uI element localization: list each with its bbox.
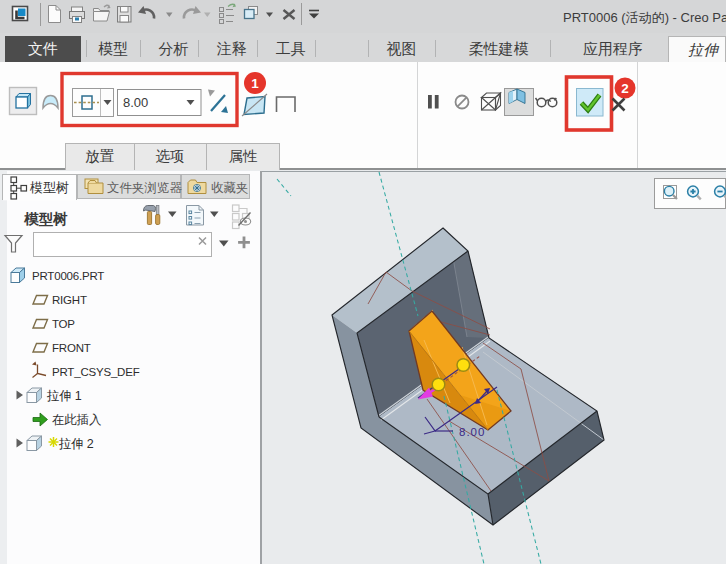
svg-text:拉伸 2: 拉伸 2 — [58, 437, 94, 451]
svg-text:模型树: 模型树 — [29, 180, 69, 195]
svg-text:PRT_CSYS_DEF: PRT_CSYS_DEF — [52, 366, 140, 378]
svg-text:8.00: 8.00 — [459, 426, 485, 438]
svg-text:2: 2 — [621, 81, 629, 96]
svg-text:FRONT: FRONT — [52, 342, 91, 354]
svg-text:文件夹浏览器: 文件夹浏览器 — [107, 181, 183, 195]
svg-text:8.00: 8.00 — [123, 95, 148, 110]
svg-text:PRT0006.PRT: PRT0006.PRT — [32, 270, 104, 282]
svg-text:TOP: TOP — [52, 318, 75, 330]
svg-text:模型树: 模型树 — [23, 211, 68, 227]
svg-text:收藏夹: 收藏夹 — [211, 181, 249, 195]
svg-text:RIGHT: RIGHT — [52, 294, 87, 306]
svg-text:在此插入: 在此插入 — [52, 413, 102, 427]
svg-text:1: 1 — [251, 76, 259, 91]
svg-text:拉伸 1: 拉伸 1 — [46, 389, 82, 403]
